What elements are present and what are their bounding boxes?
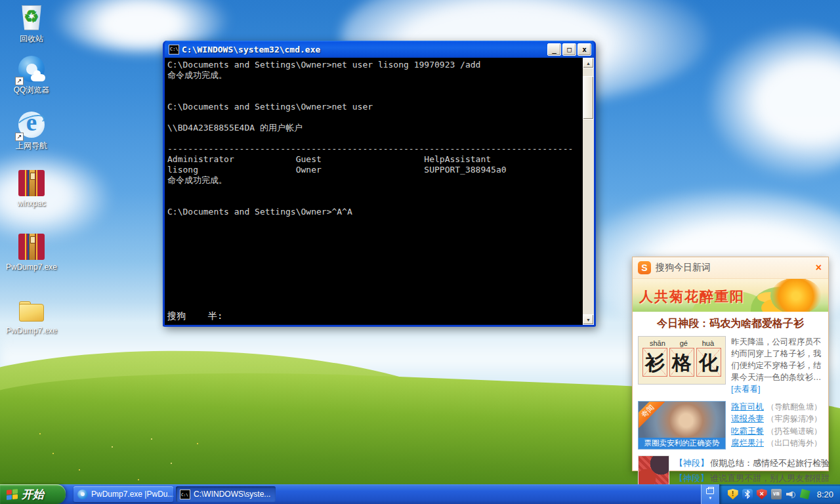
folder-icon — [16, 296, 47, 325]
popup-headline[interactable]: 今日神段：码农为啥都爱格子衫 — [633, 312, 828, 335]
comic-thumbnail[interactable] — [638, 455, 669, 487]
news-row: 奇闻 票圈卖安利的正确姿势 路盲司机 （导航翻鱼塘） 谎报杀妻 （牢房躲清净） … — [633, 400, 828, 454]
console-output[interactable]: C:\Documents and Settings\Owner>net user… — [165, 58, 583, 325]
scroll-up-button[interactable]: ▲ — [583, 58, 594, 68]
desktop-icon-pwdump-folder[interactable]: PwDump7.exe — [5, 296, 58, 336]
popup-title: 搜狗今日新词 — [656, 262, 814, 274]
news-photo[interactable]: 奇闻 票圈卖安利的正确姿势 — [638, 401, 726, 450]
news-link-list: 路盲司机 （导航翻鱼塘） 谎报杀妻 （牢房躲清净） 吃霸王餐 （扔苍蝇进碗） 腐… — [731, 401, 823, 450]
winrar-archive-icon — [16, 169, 47, 198]
recycle-bin-icon: ♻ — [16, 4, 47, 33]
ime-status-bar[interactable]: 搜狗半: — [167, 310, 245, 322]
chevron-down-icon: ▾ — [709, 495, 711, 501]
flowers — [39, 433, 41, 434]
cmd-console-area: C:\Documents and Settings\Owner>net user… — [165, 58, 594, 325]
system-tray: ! × vm 8:20 — [719, 484, 840, 504]
popup-header: S 搜狗今日新词 × — [633, 257, 828, 279]
shenduan-tag: 【神段】 — [675, 458, 709, 468]
shenduan-item[interactable]: 【神段】谁说直男不甜，别人男友都很甜 — [675, 471, 830, 486]
icon-label: 上网导航 — [5, 142, 58, 151]
winrar-archive-icon — [16, 232, 47, 261]
sogou-logo-icon: S — [638, 261, 651, 274]
banner-text: 人共菊花醉重阳 — [639, 287, 745, 306]
icon-label: 回收站 — [5, 35, 58, 44]
qiwen-ribbon: 奇闻 — [638, 401, 666, 429]
news-link[interactable]: 谎报杀妻 — [731, 413, 764, 425]
taskbar-button-pwdump[interactable]: PwDump7.exe |PwDu... — [74, 486, 173, 502]
console-scrollbar[interactable]: ▲ ▼ — [583, 58, 594, 325]
bluetooth-icon[interactable] — [742, 489, 753, 499]
language-bar[interactable]: ▾ — [701, 484, 719, 504]
icon-label: QQ浏览器 — [5, 86, 58, 95]
popup-close-icon[interactable]: × — [814, 262, 823, 274]
cmd-window-title: C:\WINDOWS\system32\cmd.exe — [182, 45, 546, 54]
language-bar-icon — [706, 488, 714, 494]
news-link[interactable]: 吃霸王餐 — [731, 426, 764, 437]
bluetooth-glyph — [742, 489, 753, 499]
desktop-icon-web-nav[interactable]: e ↗ 上网导航 — [5, 111, 58, 151]
word-card-row: shān gé huà 衫 格 化 昨天降温，公司程序员不约而同穿上了格子衫，我… — [633, 335, 828, 400]
story-paragraph: 昨天降温，公司程序员不约而同穿上了格子衫，我们便约定不穿格子衫，结果今天清一色的… — [731, 336, 823, 395]
icon-label: PwDump7.exe — [5, 327, 58, 336]
news-item: 吃霸王餐 （扔苍蝇进碗） — [731, 425, 823, 438]
desktop-icon-winxpac[interactable]: winxpac — [5, 169, 58, 209]
shenduan-tag: 【神段】 — [675, 473, 709, 483]
tray-app-icon[interactable] — [800, 489, 810, 499]
news-link[interactable]: 腐烂果汁 — [731, 438, 764, 449]
desktop-icon-recycle-bin[interactable]: ♻ 回收站 — [5, 4, 58, 44]
shenduan-text: 假期总结：感情经不起旅行检验 — [710, 458, 830, 468]
word-card-image[interactable]: shān gé huà 衫 格 化 — [638, 336, 726, 385]
volume-icon[interactable] — [786, 489, 796, 499]
cmd-title-bar[interactable]: C:\ C:\WINDOWS\system32\cmd.exe _ □ x — [165, 41, 594, 58]
pinyin: gé — [680, 339, 688, 347]
task-label: C:\WINDOWS\syste... — [194, 490, 270, 499]
character-box: 衫 — [642, 348, 667, 377]
desktop-icon-qq-browser[interactable]: ↗ QQ浏览器 — [5, 55, 58, 95]
news-item: 谎报杀妻 （牢房躲清净） — [731, 413, 823, 426]
go-see-link[interactable]: [去看看] — [731, 385, 760, 394]
qq-browser-icon: ↗ — [16, 55, 47, 84]
security-alert-icon[interactable]: × — [757, 489, 767, 499]
cloud — [709, 26, 840, 177]
news-note: （导航翻鱼塘） — [766, 402, 822, 413]
pinyin: shān — [650, 339, 665, 347]
security-warning-icon[interactable]: ! — [728, 489, 738, 499]
story-text: 昨天降温，公司程序员不约而同穿上了格子衫，我们便约定不穿格子衫，结果今天清一色的… — [731, 337, 822, 382]
desktop-icon-pwdump-rar[interactable]: PwDump7.exe — [5, 232, 58, 272]
taskbar: 开始 PwDump7.exe |PwDu... C:\ C:\WINDOWS\s… — [0, 484, 840, 504]
cmd-window-icon: C:\ — [169, 45, 179, 54]
news-note: （出口销海外） — [766, 438, 822, 449]
taskbar-clock[interactable]: 8:20 — [817, 490, 833, 499]
icon-label: winxpac — [5, 200, 58, 209]
scrollbar-thumb[interactable] — [583, 76, 594, 119]
ime-name: 搜狗 — [167, 310, 186, 321]
popup-banner[interactable]: 人共菊花醉重阳 — [633, 279, 828, 312]
character-box: 化 — [696, 348, 721, 377]
scroll-down-button[interactable]: ▼ — [583, 314, 594, 325]
news-note: （扔苍蝇进碗） — [766, 426, 822, 437]
news-item: 腐烂果汁 （出口销海外） — [731, 438, 823, 450]
news-link[interactable]: 路盲司机 — [731, 402, 764, 413]
shenduan-item[interactable]: 【神段】假期总结：感情经不起旅行检验 — [675, 455, 830, 471]
shenduan-text: 谁说直男不甜，别人男友都很甜 — [710, 473, 830, 483]
internet-explorer-icon: e ↗ — [16, 111, 47, 140]
news-note: （牢房躲清净） — [766, 413, 822, 425]
desktop-icon-column: ♻ 回收站 ↗ QQ浏览器 e ↗ 上网导航 winxpac PwDump7.e… — [5, 4, 58, 347]
icon-label: PwDump7.exe — [5, 263, 58, 272]
chrysanthemum-icon — [770, 279, 822, 312]
close-button[interactable]: x — [578, 43, 591, 56]
taskbar-task-buttons: PwDump7.exe |PwDu... C:\ C:\WINDOWS\syst… — [66, 484, 701, 504]
start-button[interactable]: 开始 — [0, 484, 66, 504]
news-item: 路盲司机 （导航翻鱼塘） — [731, 401, 823, 413]
task-label: PwDump7.exe |PwDu... — [91, 490, 173, 499]
minimize-button[interactable]: _ — [547, 43, 561, 56]
photo-caption: 票圈卖安利的正确姿势 — [639, 438, 725, 449]
character-box: 格 — [669, 348, 694, 377]
taskbar-button-cmd[interactable]: C:\ C:\WINDOWS\syste... — [176, 486, 276, 502]
vmware-icon[interactable]: vm — [771, 489, 782, 499]
start-label: 开始 — [22, 487, 44, 502]
maximize-button[interactable]: □ — [562, 43, 576, 56]
sogou-news-popup: S 搜狗今日新词 × 人共菊花醉重阳 今日神段：码农为啥都爱格子衫 shān g… — [632, 257, 829, 471]
ime-mode: 半: — [208, 310, 222, 321]
cmd-icon: C:\ — [180, 490, 190, 499]
